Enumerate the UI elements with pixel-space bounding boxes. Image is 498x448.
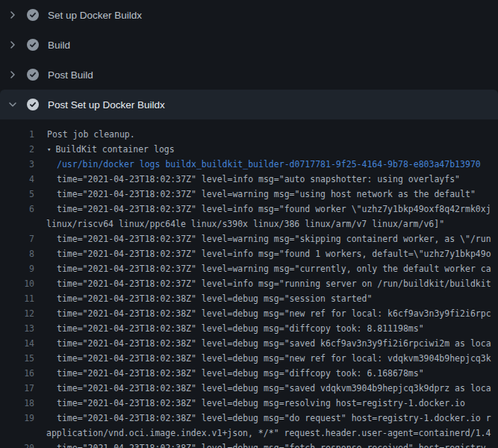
log-text: application/vnd.oci.image.index.v1+json,… xyxy=(46,428,491,438)
log-line: 15time="2021-04-23T18:02:38Z" level=debu… xyxy=(0,351,498,366)
step-header-setup-docker-buildx[interactable]: Set up Docker Buildx xyxy=(0,0,498,30)
log-text: time="2021-04-23T18:02:38Z" level=debug … xyxy=(57,383,491,393)
step-header-post-setup-docker-buildx[interactable]: Post Set up Docker Buildx xyxy=(0,90,498,119)
log-text: time="2021-04-23T18:02:37Z" level=warnin… xyxy=(57,234,491,244)
log-line: 12time="2021-04-23T18:02:38Z" level=debu… xyxy=(0,306,498,321)
line-number[interactable]: 13 xyxy=(0,321,34,336)
log-text: time="2021-04-23T18:02:38Z" level=debug … xyxy=(57,323,424,334)
step-header-build[interactable]: Build xyxy=(0,30,498,60)
log-line: 16time="2021-04-23T18:02:38Z" level=debu… xyxy=(0,366,498,381)
log-text: time="2021-04-23T18:02:38Z" level=debug … xyxy=(57,368,424,379)
log-line-wrap: application/vnd.oci.image.index.v1+json,… xyxy=(0,426,498,441)
line-number[interactable]: 3 xyxy=(0,157,34,172)
log-text: time="2021-04-23T18:02:38Z" level=debug … xyxy=(57,308,491,319)
steps-list: Set up Docker Buildx Build Post Build Po… xyxy=(0,0,498,119)
log-text: linux/riscv64 linux/ppc64le linux/s390x … xyxy=(46,219,444,229)
log-text: time="2021-04-23T18:02:37Z" level=info m… xyxy=(57,249,491,259)
line-number[interactable]: 2 xyxy=(0,142,34,157)
line-number[interactable]: 18 xyxy=(0,396,34,411)
line-number[interactable]: 15 xyxy=(0,351,34,366)
log-text: time="2021-04-23T18:02:38Z" level=debug … xyxy=(57,293,372,304)
log-text: Post job cleanup. xyxy=(47,129,135,140)
line-number[interactable]: 1 xyxy=(0,127,34,142)
log-text: time="2021-04-23T18:02:38Z" level=debug … xyxy=(57,413,491,423)
log-line: 13time="2021-04-23T18:02:38Z" level=debu… xyxy=(0,321,498,336)
line-number[interactable]: 5 xyxy=(0,187,34,202)
check-circle-icon xyxy=(27,69,39,81)
disclosure-triangle-icon[interactable]: ▾ xyxy=(47,142,51,157)
step-label: Build xyxy=(48,40,70,51)
line-number[interactable]: 11 xyxy=(0,291,34,306)
chevron-right-icon xyxy=(7,9,19,21)
log-text: time="2021-04-23T18:02:38Z" level=debug … xyxy=(57,443,491,448)
log-line-wrap: linux/riscv64 linux/ppc64le linux/s390x … xyxy=(0,217,498,231)
line-number[interactable]: 9 xyxy=(0,261,34,276)
check-circle-icon xyxy=(27,99,39,111)
step-label: Set up Docker Buildx xyxy=(48,10,142,21)
log-line: 18time="2021-04-23T18:02:38Z" level=debu… xyxy=(0,396,498,411)
log-command-text: /usr/bin/docker logs buildx_buildkit_bui… xyxy=(57,159,481,169)
log-line: 7time="2021-04-23T18:02:37Z" level=warni… xyxy=(0,231,498,246)
log-text: time="2021-04-23T18:02:38Z" level=debug … xyxy=(57,398,465,408)
log-text: time="2021-04-23T18:02:37Z" level=info m… xyxy=(57,174,460,184)
log-line: 5time="2021-04-23T18:02:37Z" level=warni… xyxy=(0,187,498,202)
step-header-post-build[interactable]: Post Build xyxy=(0,60,498,90)
log-text: time="2021-04-23T18:02:38Z" level=debug … xyxy=(57,338,491,349)
log-line: 11time="2021-04-23T18:02:38Z" level=debu… xyxy=(0,291,498,306)
log-line: 8time="2021-04-23T18:02:37Z" level=info … xyxy=(0,246,498,261)
chevron-right-icon xyxy=(7,69,19,81)
log-text: time="2021-04-23T18:02:37Z" level=info m… xyxy=(57,204,491,214)
log-line: 19time="2021-04-23T18:02:38Z" level=debu… xyxy=(0,411,498,426)
log-text: time="2021-04-23T18:02:37Z" level=warnin… xyxy=(57,189,476,199)
line-number[interactable]: 6 xyxy=(0,202,34,217)
log-text[interactable]: BuildKit container logs xyxy=(55,144,174,155)
log-text: time="2021-04-23T18:02:37Z" level=warnin… xyxy=(57,264,491,274)
line-number[interactable]: 20 xyxy=(0,441,34,448)
log-line: 4time="2021-04-23T18:02:37Z" level=info … xyxy=(0,172,498,187)
line-number[interactable]: 4 xyxy=(0,172,34,187)
line-number[interactable]: 17 xyxy=(0,381,34,396)
log-line: 9time="2021-04-23T18:02:37Z" level=warni… xyxy=(0,261,498,276)
log-line: 14time="2021-04-23T18:02:38Z" level=debu… xyxy=(0,336,498,351)
line-number[interactable]: 8 xyxy=(0,246,34,261)
chevron-down-icon xyxy=(7,99,19,111)
line-number[interactable]: 19 xyxy=(0,411,34,426)
log-text: time="2021-04-23T18:02:38Z" level=debug … xyxy=(57,353,491,364)
log-container: 1Post job cleanup.2▾BuildKit container l… xyxy=(0,119,498,448)
line-number[interactable]: 10 xyxy=(0,276,34,291)
line-number[interactable]: 7 xyxy=(0,231,34,246)
log-line: 17time="2021-04-23T18:02:38Z" level=debu… xyxy=(0,381,498,396)
line-number[interactable]: 12 xyxy=(0,306,34,321)
log-line: 6time="2021-04-23T18:02:37Z" level=info … xyxy=(0,202,498,217)
step-label: Post Build xyxy=(48,69,93,81)
line-number[interactable]: 16 xyxy=(0,366,34,381)
chevron-right-icon xyxy=(7,39,19,51)
log-line: 10time="2021-04-23T18:02:37Z" level=info… xyxy=(0,276,498,291)
check-circle-icon xyxy=(27,39,39,51)
check-circle-icon xyxy=(27,9,39,21)
log-line: 2▾BuildKit container logs xyxy=(0,142,498,157)
log-line: 3/usr/bin/docker logs buildx_buildkit_bu… xyxy=(0,157,498,172)
log-line: 1Post job cleanup. xyxy=(0,127,498,142)
step-label: Post Set up Docker Buildx xyxy=(48,99,165,111)
log-text: time="2021-04-23T18:02:37Z" level=info m… xyxy=(57,279,491,289)
log-line: 20time="2021-04-23T18:02:38Z" level=debu… xyxy=(0,441,498,448)
line-number[interactable]: 14 xyxy=(0,336,34,351)
